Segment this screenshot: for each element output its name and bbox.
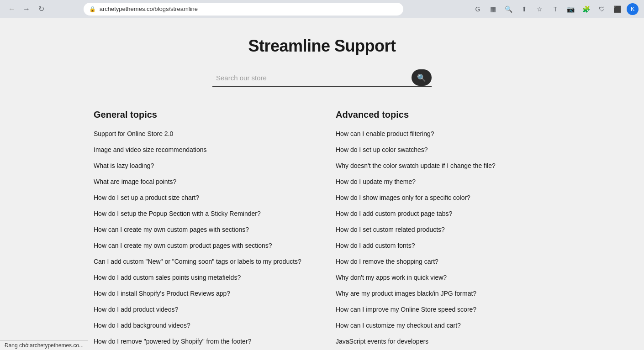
advanced-topic-link-9[interactable]: Why don't my apps work in quick view?	[336, 274, 447, 281]
advanced-topic-link-8[interactable]: How do I remove the shopping cart?	[336, 258, 438, 265]
browser-actions: G ▦ 🔍 ⬆ ☆ T 📷 🧩 🛡 ⬛ K	[471, 3, 639, 16]
advanced-topic-link-5[interactable]: How do I add custom product page tabs?	[336, 210, 452, 217]
advanced-topic-link-11[interactable]: How can I improve my Online Store speed …	[336, 306, 476, 313]
list-item: What are image focal points?	[94, 177, 308, 187]
search-icon: 🔍	[417, 73, 426, 82]
list-item: How do I remove "powered by Shopify" fro…	[94, 337, 308, 346]
url-text: archetypethemes.co/blogs/streamline	[100, 5, 398, 12]
advanced-topic-link-2[interactable]: Why doesn't the color swatch update if I…	[336, 162, 496, 169]
list-item: How do I install Shopify's Product Revie…	[94, 289, 308, 298]
list-item: Why are my product images black/in JPG f…	[336, 289, 550, 298]
list-item: How do I remove the shopping cart?	[336, 257, 550, 266]
general-topics-column: General topics Support for Online Store …	[94, 110, 308, 350]
list-item: Why don't my apps work in quick view?	[336, 273, 550, 282]
advanced-topic-link-0[interactable]: How can I enable product filtering?	[336, 130, 434, 137]
list-item: How do I update my theme?	[336, 177, 550, 187]
general-topic-link-8[interactable]: Can I add custom "New" or "Coming soon" …	[94, 258, 301, 265]
list-item: How do I set custom related products?	[336, 225, 550, 235]
list-item: How do I add background videos?	[94, 321, 308, 330]
advanced-topics-list: How can I enable product filtering?How d…	[336, 129, 550, 350]
advanced-topic-link-13[interactable]: JavaScript events for developers	[336, 338, 428, 345]
general-topic-link-12[interactable]: How do I add background videos?	[94, 322, 190, 329]
list-item: How do I add custom sales points using m…	[94, 273, 308, 282]
list-item: How can I create my own custom product p…	[94, 241, 308, 251]
back-button[interactable]: ←	[5, 3, 18, 16]
forward-button[interactable]: →	[20, 3, 33, 16]
window-switch-icon[interactable]: ⬛	[611, 3, 624, 16]
advanced-topic-link-10[interactable]: Why are my product images black/in JPG f…	[336, 290, 476, 297]
general-topics-heading: General topics	[94, 110, 308, 120]
general-topic-link-11[interactable]: How do I add product videos?	[94, 306, 178, 313]
profile-avatar[interactable]: K	[627, 3, 639, 15]
general-topic-link-4[interactable]: How do I set up a product size chart?	[94, 194, 199, 201]
advanced-topic-link-4[interactable]: How do I show images only for a specific…	[336, 194, 470, 201]
advanced-topic-link-7[interactable]: How do I add custom fonts?	[336, 242, 415, 249]
advanced-topic-link-1[interactable]: How do I set up color swatches?	[336, 146, 428, 153]
general-topic-link-1[interactable]: Image and video size recommendations	[94, 146, 206, 153]
list-item: How do I set up a product size chart?	[94, 193, 308, 203]
advanced-topic-link-3[interactable]: How do I update my theme?	[336, 178, 416, 185]
list-item: What is lazy loading?	[94, 161, 308, 171]
general-topic-link-5[interactable]: How do I setup the Popup Section with a …	[94, 210, 261, 217]
extension-icon-1[interactable]: 📷	[565, 3, 577, 16]
general-topic-link-3[interactable]: What are image focal points?	[94, 178, 176, 185]
list-item: How do I show images only for a specific…	[336, 193, 550, 203]
zoom-icon[interactable]: 🔍	[502, 3, 515, 16]
list-item: How do I set up color swatches?	[336, 145, 550, 155]
address-bar[interactable]: 🔒 archetypethemes.co/blogs/streamline	[84, 3, 403, 16]
status-text: Đang chờ archetypethemes.co...	[5, 342, 84, 349]
general-topic-link-10[interactable]: How do I install Shopify's Product Revie…	[94, 290, 230, 297]
browser-chrome: ← → ↻ 🔒 archetypethemes.co/blogs/streaml…	[0, 0, 644, 18]
general-topic-link-9[interactable]: How do I add custom sales points using m…	[94, 274, 241, 281]
bookmark-icon[interactable]: ☆	[533, 3, 546, 16]
reload-button[interactable]: ↻	[35, 3, 48, 16]
list-item: How can I customize my checkout and cart…	[336, 321, 550, 330]
status-bar: Đang chờ archetypethemes.co...	[0, 340, 88, 350]
google-icon[interactable]: G	[471, 3, 484, 16]
list-item: How can I enable product filtering?	[336, 129, 550, 139]
advanced-topic-link-6[interactable]: How do I set custom related products?	[336, 226, 445, 233]
topics-container: General topics Support for Online Store …	[94, 110, 550, 350]
list-item: How do I add custom product page tabs?	[336, 209, 550, 219]
nav-buttons: ← → ↻	[5, 3, 48, 16]
extension-icon-3[interactable]: 🛡	[596, 3, 608, 16]
search-container: 🔍	[9, 69, 635, 87]
list-item: How do I setup the Popup Section with a …	[94, 209, 308, 219]
list-item: JavaScript events for developers	[336, 337, 550, 346]
general-topic-link-6[interactable]: How can I create my own custom pages wit…	[94, 226, 249, 233]
list-item: Can I add custom "New" or "Coming soon" …	[94, 257, 308, 266]
advanced-topics-column: Advanced topics How can I enable product…	[336, 110, 550, 350]
extension-icon-2[interactable]: 🧩	[580, 3, 593, 16]
list-item: How can I create my own custom pages wit…	[94, 225, 308, 235]
general-topic-link-13[interactable]: How do I remove "powered by Shopify" fro…	[94, 338, 251, 345]
advanced-topic-link-12[interactable]: How can I customize my checkout and cart…	[336, 322, 461, 329]
page-title: Streamline Support	[9, 37, 635, 56]
search-wrapper: 🔍	[212, 69, 432, 87]
translate-icon[interactable]: ▦	[487, 3, 500, 16]
share-icon[interactable]: ⬆	[518, 3, 531, 16]
list-item: How can I improve my Online Store speed …	[336, 305, 550, 314]
lock-icon: 🔒	[89, 6, 96, 12]
general-topic-link-0[interactable]: Support for Online Store 2.0	[94, 130, 173, 137]
list-item: How do I add product videos?	[94, 305, 308, 314]
list-item: Why doesn't the color swatch update if I…	[336, 161, 550, 171]
general-topic-link-2[interactable]: What is lazy loading?	[94, 162, 154, 169]
search-input[interactable]	[212, 70, 412, 85]
search-button[interactable]: 🔍	[412, 69, 432, 86]
general-topic-link-7[interactable]: How can I create my own custom product p…	[94, 242, 272, 249]
general-topics-list: Support for Online Store 2.0Image and vi…	[94, 129, 308, 350]
advanced-topics-heading: Advanced topics	[336, 110, 550, 120]
page-content: Streamline Support 🔍 General topics Supp…	[0, 18, 644, 350]
list-item: Support for Online Store 2.0	[94, 129, 308, 139]
grammarly-icon[interactable]: T	[549, 3, 562, 16]
list-item: Image and video size recommendations	[94, 145, 308, 155]
list-item: How do I add custom fonts?	[336, 241, 550, 251]
